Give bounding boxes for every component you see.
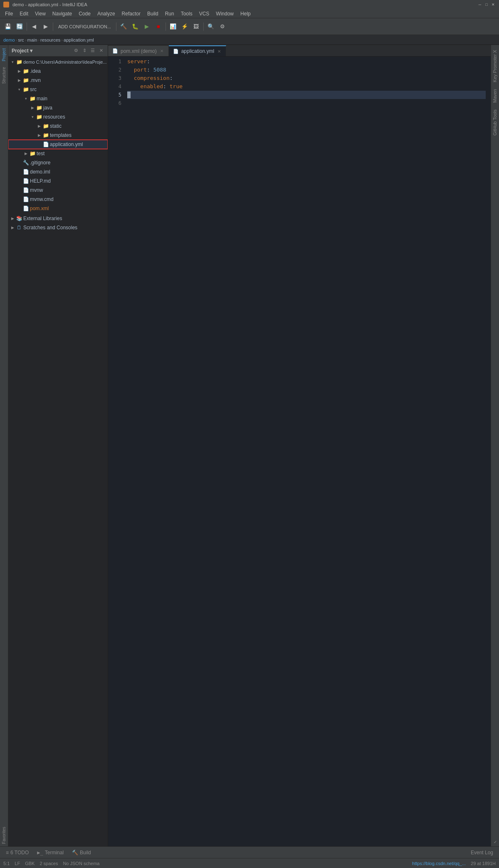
menu-help[interactable]: Help bbox=[237, 9, 254, 18]
panel-close-btn[interactable]: ✕ bbox=[98, 47, 104, 54]
folder-icon-mvn: 📁 bbox=[22, 77, 29, 84]
tree-item-help-md[interactable]: 📄 HELP.md bbox=[8, 176, 108, 186]
breadcrumb-file[interactable]: application.yml bbox=[64, 37, 94, 42]
breadcrumb-resources[interactable]: resources bbox=[40, 37, 60, 42]
menu-refactor[interactable]: Refactor bbox=[119, 9, 144, 18]
menu-navigate[interactable]: Navigate bbox=[49, 9, 75, 18]
frame-button[interactable]: 🖼 bbox=[191, 21, 202, 32]
tab-app-yml-close[interactable]: ✕ bbox=[217, 49, 222, 54]
side-panel-github[interactable]: GitHub Tools bbox=[491, 106, 499, 139]
tree-item-demo[interactable]: ▾ 📁 demo C:\Users\Administrator\IdeaProj… bbox=[8, 57, 108, 67]
side-panel-key-promoter[interactable]: Key Promoter X bbox=[491, 47, 499, 86]
code-line-6 bbox=[127, 99, 486, 107]
search-everywhere-button[interactable]: 🔍 bbox=[205, 21, 216, 32]
add-configuration-button[interactable]: ADD CONFIGURATION... bbox=[55, 21, 114, 32]
synchronize-button[interactable]: 🔄 bbox=[14, 21, 25, 32]
bottom-tab-terminal[interactable]: ▶_ Terminal bbox=[33, 848, 68, 858]
status-encoding[interactable]: LF bbox=[15, 861, 20, 866]
menu-tools[interactable]: Tools bbox=[178, 9, 196, 18]
breadcrumb-sep-3: › bbox=[38, 37, 40, 42]
stop-button[interactable]: ■ bbox=[153, 21, 164, 32]
tab-pom-xml-icon: 📄 bbox=[112, 48, 118, 54]
tree-item-test[interactable]: ▶ 📁 test bbox=[8, 149, 108, 158]
menu-bar: File Edit View Navigate Code Analyze Ref… bbox=[0, 9, 499, 18]
build-button[interactable]: 🔨 bbox=[118, 21, 129, 32]
tree-item-gitignore[interactable]: 🔧 .gitignore bbox=[8, 158, 108, 167]
status-url[interactable]: https://blog.csdn.net/qq_... bbox=[412, 861, 466, 866]
tree-item-static[interactable]: ▶ 📁 static bbox=[8, 122, 108, 131]
tree-label-demo-iml: demo.iml bbox=[29, 169, 50, 175]
coverage-button[interactable]: 📊 bbox=[168, 21, 178, 32]
menu-file[interactable]: File bbox=[2, 9, 16, 18]
tree-label-static: static bbox=[49, 123, 62, 129]
save-button[interactable]: 💾 bbox=[2, 21, 13, 32]
tab-application-yml[interactable]: 📄 application.yml ✕ bbox=[169, 45, 226, 56]
minimize-button[interactable]: ─ bbox=[477, 2, 482, 7]
window-controls[interactable]: ─ □ ✕ bbox=[477, 2, 496, 7]
tree-item-demo-iml[interactable]: 📄 demo.iml bbox=[8, 167, 108, 176]
tree-item-idea[interactable]: ▶ 📁 .idea bbox=[8, 67, 108, 76]
back-button[interactable]: ◀ bbox=[29, 21, 40, 32]
tree-item-external-libraries[interactable]: ▶ 📚 External Libraries bbox=[8, 214, 108, 223]
tree-item-resources[interactable]: ▾ 📁 resources bbox=[8, 112, 108, 122]
tree-label-pom-xml: pom.xml bbox=[29, 206, 49, 211]
tree-item-main[interactable]: ▾ 📁 main bbox=[8, 94, 108, 103]
status-charset[interactable]: GBK bbox=[25, 861, 35, 866]
menu-run[interactable]: Run bbox=[162, 9, 178, 18]
bottom-tab-build[interactable]: 🔨 Build bbox=[68, 848, 95, 858]
yaml-value-port: 5088 bbox=[153, 66, 166, 74]
settings-button[interactable]: ⚙ bbox=[217, 21, 228, 32]
panel-settings-btn[interactable]: ⚙ bbox=[73, 47, 79, 54]
status-indent[interactable]: 2 spaces bbox=[40, 861, 58, 866]
menu-analyze[interactable]: Analyze bbox=[94, 9, 119, 18]
tree-item-mvn[interactable]: ▶ 📁 .mvn bbox=[8, 76, 108, 85]
tree-label-java: java bbox=[42, 105, 52, 111]
structure-panel-tab[interactable]: Structure bbox=[1, 64, 7, 87]
tree-item-java[interactable]: ▶ 📁 java bbox=[8, 103, 108, 112]
tab-pom-xml-close[interactable]: ✕ bbox=[159, 49, 164, 54]
bottom-tab-todo[interactable]: ≡ 6 TODO bbox=[2, 848, 33, 858]
restore-button[interactable]: □ bbox=[484, 2, 489, 7]
panel-expand-btn[interactable]: ⇕ bbox=[81, 47, 88, 54]
project-panel-tab[interactable]: Project bbox=[1, 45, 7, 64]
event-log-tab[interactable]: Event Log bbox=[467, 848, 497, 858]
forward-button[interactable]: ▶ bbox=[40, 21, 51, 32]
status-position[interactable]: 5:1 bbox=[3, 861, 10, 866]
breadcrumb-main[interactable]: main bbox=[27, 37, 37, 42]
side-panel-spacer bbox=[491, 139, 499, 838]
tab-pom-xml[interactable]: 📄 pom.xml (demo) ✕ bbox=[108, 45, 169, 56]
tree-item-templates[interactable]: ▶ 📁 templates bbox=[8, 131, 108, 140]
editor-content[interactable]: server: port: 5088 compression: enabled:… bbox=[125, 57, 486, 451]
folder-icon-main: 📁 bbox=[29, 95, 36, 102]
side-panel-maven[interactable]: Maven bbox=[491, 86, 499, 106]
breadcrumb-src[interactable]: src bbox=[18, 37, 24, 42]
file-xml-icon: 📄 bbox=[22, 205, 29, 212]
menu-window[interactable]: Window bbox=[212, 9, 237, 18]
status-schema[interactable]: No JSON schema bbox=[63, 861, 99, 866]
close-button[interactable]: ✕ bbox=[491, 2, 496, 7]
tree-item-application-yml[interactable]: 📄 application.yml bbox=[8, 140, 108, 149]
checkmark-icon[interactable]: ✓ bbox=[493, 840, 498, 845]
tree-item-pom-xml[interactable]: 📄 pom.xml bbox=[8, 204, 108, 213]
debug-button[interactable]: 🐛 bbox=[130, 21, 141, 32]
panel-gear-btn[interactable]: ☰ bbox=[89, 47, 96, 54]
editor-area[interactable]: 1 2 3 4 5 6 server: port: 5088 compressi… bbox=[108, 57, 491, 451]
tree-label-idea: .idea bbox=[29, 68, 41, 74]
favorites-panel-tab[interactable]: Favorites bbox=[1, 823, 7, 846]
tree-item-src[interactable]: ▾ 📁 src bbox=[8, 85, 108, 94]
folder-icon-java: 📁 bbox=[36, 104, 42, 111]
tree-item-mvnw-cmd[interactable]: 📄 mvnw.cmd bbox=[8, 195, 108, 204]
menu-vcs[interactable]: VCS bbox=[196, 9, 213, 18]
menu-build[interactable]: Build bbox=[144, 9, 162, 18]
run-button[interactable]: ▶ bbox=[141, 21, 152, 32]
menu-view[interactable]: View bbox=[32, 9, 49, 18]
menu-code[interactable]: Code bbox=[75, 9, 94, 18]
todo-icon: ≡ bbox=[6, 850, 9, 856]
profile-button[interactable]: ⚡ bbox=[179, 21, 190, 32]
tree-item-mvnw[interactable]: 📄 mvnw bbox=[8, 186, 108, 195]
menu-edit[interactable]: Edit bbox=[16, 9, 32, 18]
breadcrumb-demo[interactable]: demo bbox=[3, 37, 15, 42]
yaml-colon-4: : bbox=[163, 82, 170, 91]
tree-item-scratches[interactable]: ▶ 🗒 Scratches and Consoles bbox=[8, 223, 108, 232]
module-icon: 📁 bbox=[16, 59, 22, 65]
